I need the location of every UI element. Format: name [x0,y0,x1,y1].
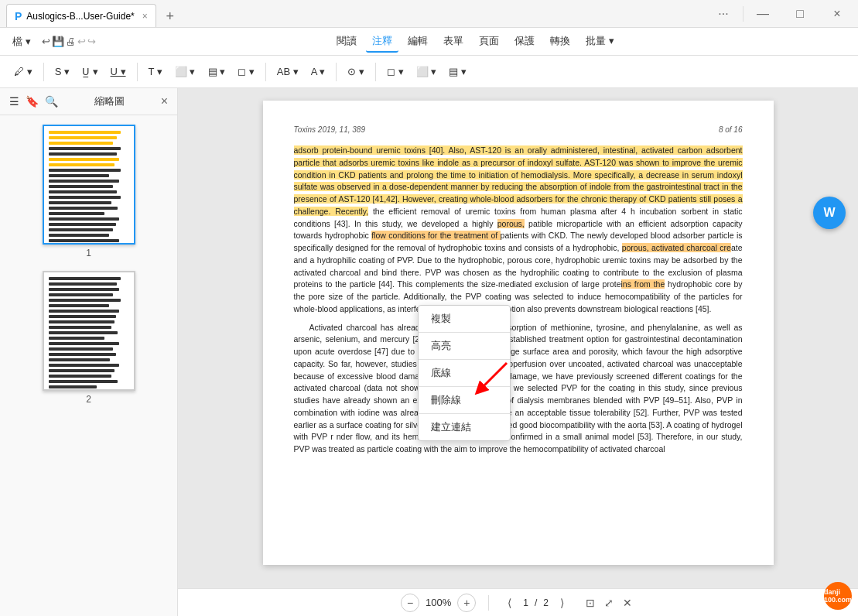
danji-logo[interactable]: danji100.com [824,582,852,610]
print-button[interactable]: 🖨 [66,36,76,47]
thumb-2[interactable] [43,271,135,391]
view-controls: ⊡ ⤢ ✕ [583,595,635,611]
more-button[interactable]: ··· [706,0,741,28]
highlight-porous2: porous, activated charcoal cre [622,243,731,252]
tab-icon: P [15,10,22,22]
fullscreen-button[interactable]: ⤢ [601,595,617,611]
ctx-link[interactable]: 建立連結 [419,414,510,440]
tool-box2[interactable]: ▤ ▾ [203,63,231,80]
tool-ab[interactable]: AB ▾ [272,63,303,80]
ctx-underline[interactable]: 底線 [419,360,510,386]
tab-area: P Auslogics-B...User-Guide* × + [6,0,181,27]
tool-shape[interactable]: ◻ ▾ [233,63,259,80]
menu-batch[interactable]: 批量 ▾ [579,31,620,53]
thumb-1[interactable] [43,125,135,245]
menu-protect[interactable]: 保護 [508,31,541,53]
menu-center: 閱讀 注釋 編輯 表單 頁面 保護 轉換 批量 ▾ [99,31,852,53]
tool-rect[interactable]: ⬜ ▾ [412,63,442,80]
maximize-button[interactable]: □ [782,0,818,28]
sidebar-thumbnails: 1 [0,115,177,616]
highlight-ins: ins from the [621,279,665,289]
page-total: 2 [543,597,549,608]
page-current: 1 [523,597,528,608]
menu-annotate[interactable]: 注釋 [366,31,398,53]
highlight-flow: flow conditions for the treatment of [371,231,500,240]
menu-page[interactable]: 頁面 [473,31,505,53]
active-tab[interactable]: P Auslogics-B...User-Guide* × [6,4,156,27]
sidebar-icon-bookmark[interactable]: 🔖 [26,95,39,108]
tool-strikethrough[interactable]: S ▾ [50,63,74,80]
tab-close-button[interactable]: × [142,11,148,22]
toolbar: 🖊 ▾ S ▾ U̲ ▾ U ▾ T ▾ ⬜ ▾ ▤ ▾ ◻ ▾ AB ▾ A … [0,56,858,88]
sidebar-close-button[interactable]: × [161,94,168,108]
zoom-bar: − 100% + ⟨ 1 / 2 ⟩ ⊡ ⤢ ✕ [178,588,858,616]
title-bar: P Auslogics-B...User-Guide* × + ··· — □ … [0,0,858,28]
close-zoom-button[interactable]: ✕ [620,595,635,611]
menu-left: 檔 ▾ ↩ 💾 🖨 ↩ ↪ [6,32,99,52]
menu-convert[interactable]: 轉換 [544,31,576,53]
tool-circle[interactable]: ⊙ ▾ [343,63,369,80]
doc-header-right: 8 of 16 [719,124,743,135]
doc-page: Toxins 2019, 11, 389 8 of 16 adsorb prot… [263,101,774,565]
sidebar-header: ☰ 🔖 🔍 縮略圖 × [0,88,177,115]
page-next-button[interactable]: ⟩ [555,595,570,611]
highlighted-text-1: adsorb protein-bound uremic toxins [40].… [294,145,743,216]
tool-stamp[interactable]: ▤ ▾ [444,63,471,80]
thumbnail-page-1[interactable]: 1 [43,125,135,258]
page-prev-button[interactable]: ⟨ [501,595,517,611]
menu-bar: 檔 ▾ ↩ 💾 🖨 ↩ ↪ 閱讀 注釋 編輯 表單 頁面 保護 轉換 批量 ▾ [0,28,858,56]
context-menu: 複製 高亮 底線 刪除線 建立連結 [418,305,511,441]
ctx-strikethrough[interactable]: 刪除線 [419,387,510,413]
doc-area: W Toxins 2019, 11, 389 8 of 16 adsorb pr… [178,88,858,616]
undo2-button[interactable]: ↩ [77,36,86,47]
highlight-porous: porous, [497,219,525,228]
thumb-page-num-2: 2 [86,394,91,405]
tool-underline1[interactable]: U̲ ▾ [77,63,103,80]
minimize-button[interactable]: — [745,0,781,28]
text-normal-1: the efficient removal of uremic toxins f… [373,207,677,216]
fit-page-button[interactable]: ⊡ [583,595,598,611]
main-area: ☰ 🔖 🔍 縮略圖 × [0,88,858,616]
tool-underline2[interactable]: U ▾ [106,63,131,80]
menu-read[interactable]: 閱讀 [330,31,363,53]
window-controls: ··· — □ × [706,0,858,28]
menu-edit[interactable]: 編輯 [402,31,434,53]
add-tab-button[interactable]: + [159,5,181,27]
menu-form[interactable]: 表單 [437,31,470,53]
zoom-out-button[interactable]: − [401,594,419,612]
redo-button[interactable]: ↪ [87,36,96,47]
doc-header-left: Toxins 2019, 11, 389 [294,124,365,135]
tab-title: Auslogics-B...User-Guide* [26,11,134,22]
menu-file[interactable]: 檔 ▾ [6,32,37,52]
sidebar-icon-search[interactable]: 🔍 [45,95,58,108]
thumb-page-num-1: 1 [86,248,91,258]
page-sep: / [535,597,537,608]
close-button[interactable]: × [819,0,855,28]
sidebar: ☰ 🔖 🔍 縮略圖 × [0,88,178,616]
doc-header: Toxins 2019, 11, 389 8 of 16 [294,124,743,135]
paragraph-2: Activated charcoal has already been used… [294,322,743,456]
tool-a[interactable]: A ▾ [306,63,330,80]
tool-eraser[interactable]: ◻ ▾ [382,63,408,80]
zoom-in-button[interactable]: + [457,594,476,612]
tool-box1[interactable]: ⬜ ▾ [170,63,200,80]
tool-pen[interactable]: 🖊 ▾ [9,63,37,80]
wps-button[interactable]: W [813,197,846,229]
sidebar-title: 縮略圖 [94,94,125,108]
undo-button[interactable]: ↩ [42,36,50,47]
sidebar-icon-pages[interactable]: ☰ [9,95,19,108]
ctx-copy[interactable]: 複製 [419,306,510,332]
thumbnail-page-2[interactable]: 2 [43,271,135,405]
tool-text[interactable]: T ▾ [144,63,167,80]
zoom-value[interactable]: 100% [426,597,451,608]
paragraph-1: adsorb protein-bound uremic toxins [40].… [294,145,743,316]
ctx-highlight[interactable]: 高亮 [419,333,510,359]
save-button[interactable]: 💾 [52,36,64,47]
